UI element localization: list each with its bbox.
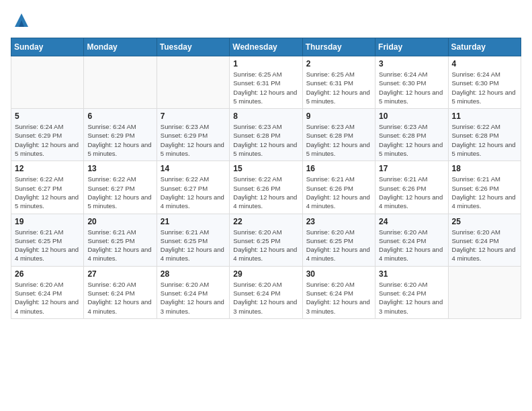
day-info: Sunrise: 6:22 AM Sunset: 6:27 PM Dayligh… [161, 175, 226, 210]
day-number: 13 [87, 164, 152, 173]
calendar-cell [157, 56, 229, 109]
day-info: Sunrise: 6:20 AM Sunset: 6:25 PM Dayligh… [233, 228, 298, 263]
calendar-cell: 21Sunrise: 6:21 AM Sunset: 6:25 PM Dayli… [157, 214, 229, 266]
day-info: Sunrise: 6:23 AM Sunset: 6:28 PM Dayligh… [233, 122, 298, 158]
calendar-week-row: 5Sunrise: 6:24 AM Sunset: 6:29 PM Daylig… [11, 109, 521, 161]
day-number: 18 [452, 164, 517, 173]
column-header-monday: Monday [84, 38, 157, 56]
calendar-cell: 27Sunrise: 6:20 AM Sunset: 6:24 PM Dayli… [84, 266, 157, 318]
day-info: Sunrise: 6:20 AM Sunset: 6:24 PM Dayligh… [306, 280, 371, 316]
day-number: 9 [306, 111, 371, 121]
day-number: 7 [161, 111, 226, 121]
day-number: 11 [452, 111, 517, 121]
page-header [11, 11, 521, 30]
calendar-cell: 9Sunrise: 6:23 AM Sunset: 6:28 PM Daylig… [302, 109, 375, 161]
day-info: Sunrise: 6:21 AM Sunset: 6:25 PM Dayligh… [15, 228, 80, 263]
day-number: 6 [87, 111, 152, 121]
day-number: 27 [87, 269, 152, 279]
calendar-cell: 13Sunrise: 6:22 AM Sunset: 6:27 PM Dayli… [84, 161, 157, 214]
day-number: 2 [306, 59, 371, 68]
day-number: 8 [233, 111, 298, 121]
column-header-sunday: Sunday [11, 38, 84, 56]
calendar-cell: 2Sunrise: 6:25 AM Sunset: 6:31 PM Daylig… [302, 56, 375, 109]
day-number: 20 [87, 217, 152, 226]
day-number: 3 [379, 59, 444, 68]
calendar-cell: 1Sunrise: 6:25 AM Sunset: 6:31 PM Daylig… [230, 56, 302, 109]
calendar-cell: 19Sunrise: 6:21 AM Sunset: 6:25 PM Dayli… [11, 214, 84, 266]
column-header-tuesday: Tuesday [157, 38, 229, 56]
calendar-cell: 4Sunrise: 6:24 AM Sunset: 6:30 PM Daylig… [448, 56, 521, 109]
day-number: 5 [15, 111, 80, 121]
calendar-cell: 31Sunrise: 6:20 AM Sunset: 6:24 PM Dayli… [375, 266, 448, 318]
column-header-saturday: Saturday [448, 38, 521, 56]
day-number: 30 [306, 269, 371, 279]
day-number: 24 [379, 217, 444, 226]
calendar-cell: 17Sunrise: 6:21 AM Sunset: 6:26 PM Dayli… [375, 161, 448, 214]
day-info: Sunrise: 6:22 AM Sunset: 6:26 PM Dayligh… [233, 175, 298, 210]
day-info: Sunrise: 6:25 AM Sunset: 6:31 PM Dayligh… [306, 70, 371, 105]
day-number: 17 [379, 164, 444, 173]
day-info: Sunrise: 6:23 AM Sunset: 6:28 PM Dayligh… [379, 122, 444, 158]
day-info: Sunrise: 6:20 AM Sunset: 6:24 PM Dayligh… [87, 280, 152, 316]
calendar-cell: 22Sunrise: 6:20 AM Sunset: 6:25 PM Dayli… [230, 214, 302, 266]
calendar-cell: 20Sunrise: 6:21 AM Sunset: 6:25 PM Dayli… [84, 214, 157, 266]
calendar-table: SundayMondayTuesdayWednesdayThursdayFrid… [11, 38, 521, 319]
day-info: Sunrise: 6:24 AM Sunset: 6:30 PM Dayligh… [452, 70, 517, 105]
calendar-cell: 6Sunrise: 6:24 AM Sunset: 6:29 PM Daylig… [84, 109, 157, 161]
day-number: 22 [233, 217, 298, 226]
calendar-cell: 29Sunrise: 6:20 AM Sunset: 6:24 PM Dayli… [230, 266, 302, 318]
day-info: Sunrise: 6:21 AM Sunset: 6:25 PM Dayligh… [161, 228, 226, 263]
day-info: Sunrise: 6:20 AM Sunset: 6:24 PM Dayligh… [15, 280, 80, 316]
day-number: 4 [452, 59, 517, 68]
day-number: 21 [161, 217, 226, 226]
calendar-cell [448, 266, 521, 318]
calendar-cell: 26Sunrise: 6:20 AM Sunset: 6:24 PM Dayli… [11, 266, 84, 318]
calendar-cell: 23Sunrise: 6:20 AM Sunset: 6:25 PM Dayli… [302, 214, 375, 266]
calendar-cell: 18Sunrise: 6:21 AM Sunset: 6:26 PM Dayli… [448, 161, 521, 214]
day-info: Sunrise: 6:21 AM Sunset: 6:26 PM Dayligh… [306, 175, 371, 210]
calendar-cell: 28Sunrise: 6:20 AM Sunset: 6:24 PM Dayli… [157, 266, 229, 318]
day-info: Sunrise: 6:20 AM Sunset: 6:25 PM Dayligh… [306, 228, 371, 263]
day-info: Sunrise: 6:20 AM Sunset: 6:24 PM Dayligh… [233, 280, 298, 316]
day-number: 19 [15, 217, 80, 226]
calendar-cell: 3Sunrise: 6:24 AM Sunset: 6:30 PM Daylig… [375, 56, 448, 109]
column-header-wednesday: Wednesday [230, 38, 302, 56]
calendar-cell: 11Sunrise: 6:22 AM Sunset: 6:28 PM Dayli… [448, 109, 521, 161]
calendar-cell: 30Sunrise: 6:20 AM Sunset: 6:24 PM Dayli… [302, 266, 375, 318]
calendar-cell: 12Sunrise: 6:22 AM Sunset: 6:27 PM Dayli… [11, 161, 84, 214]
calendar-cell: 7Sunrise: 6:23 AM Sunset: 6:29 PM Daylig… [157, 109, 229, 161]
day-number: 28 [161, 269, 226, 279]
day-number: 1 [233, 59, 298, 68]
logo [11, 11, 31, 30]
day-number: 15 [233, 164, 298, 173]
day-info: Sunrise: 6:22 AM Sunset: 6:28 PM Dayligh… [452, 122, 517, 158]
calendar-header-row: SundayMondayTuesdayWednesdayThursdayFrid… [11, 38, 521, 56]
calendar-cell: 25Sunrise: 6:20 AM Sunset: 6:24 PM Dayli… [448, 214, 521, 266]
day-info: Sunrise: 6:25 AM Sunset: 6:31 PM Dayligh… [233, 70, 298, 105]
logo-icon [12, 11, 31, 30]
day-info: Sunrise: 6:24 AM Sunset: 6:30 PM Dayligh… [379, 70, 444, 105]
day-number: 14 [161, 164, 226, 173]
calendar-cell: 15Sunrise: 6:22 AM Sunset: 6:26 PM Dayli… [230, 161, 302, 214]
calendar-cell: 5Sunrise: 6:24 AM Sunset: 6:29 PM Daylig… [11, 109, 84, 161]
day-info: Sunrise: 6:23 AM Sunset: 6:28 PM Dayligh… [306, 122, 371, 158]
day-info: Sunrise: 6:23 AM Sunset: 6:29 PM Dayligh… [161, 122, 226, 158]
day-info: Sunrise: 6:21 AM Sunset: 6:26 PM Dayligh… [452, 175, 517, 210]
column-header-thursday: Thursday [302, 38, 375, 56]
day-info: Sunrise: 6:22 AM Sunset: 6:27 PM Dayligh… [15, 175, 80, 210]
day-info: Sunrise: 6:21 AM Sunset: 6:26 PM Dayligh… [379, 175, 444, 210]
day-info: Sunrise: 6:22 AM Sunset: 6:27 PM Dayligh… [87, 175, 152, 210]
day-info: Sunrise: 6:20 AM Sunset: 6:24 PM Dayligh… [379, 228, 444, 263]
day-number: 25 [452, 217, 517, 226]
day-info: Sunrise: 6:20 AM Sunset: 6:24 PM Dayligh… [452, 228, 517, 263]
calendar-week-row: 19Sunrise: 6:21 AM Sunset: 6:25 PM Dayli… [11, 214, 521, 266]
day-number: 12 [15, 164, 80, 173]
day-info: Sunrise: 6:20 AM Sunset: 6:24 PM Dayligh… [161, 280, 226, 316]
calendar-cell: 24Sunrise: 6:20 AM Sunset: 6:24 PM Dayli… [375, 214, 448, 266]
calendar-cell: 16Sunrise: 6:21 AM Sunset: 6:26 PM Dayli… [302, 161, 375, 214]
day-number: 10 [379, 111, 444, 121]
calendar-cell: 14Sunrise: 6:22 AM Sunset: 6:27 PM Dayli… [157, 161, 229, 214]
day-number: 16 [306, 164, 371, 173]
day-info: Sunrise: 6:20 AM Sunset: 6:24 PM Dayligh… [379, 280, 444, 316]
calendar-week-row: 1Sunrise: 6:25 AM Sunset: 6:31 PM Daylig… [11, 56, 521, 109]
